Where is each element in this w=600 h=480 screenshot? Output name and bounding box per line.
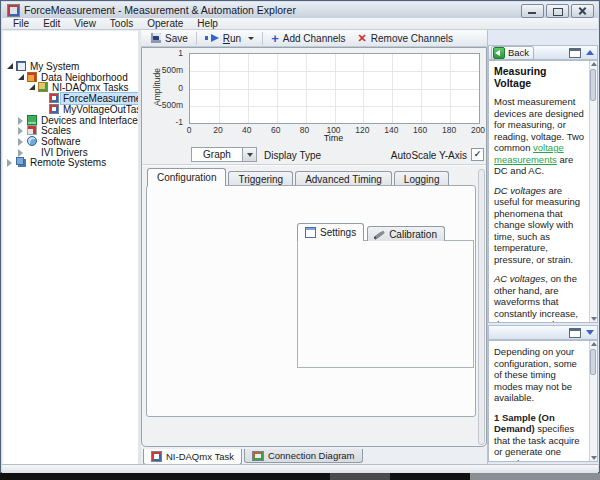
collapse-arrow-icon[interactable]	[7, 63, 13, 69]
help-paragraph: Depending on your configuration, some of…	[494, 346, 586, 404]
help-paragraph: AC voltages, on the other hand, are wave…	[494, 273, 586, 323]
tab-advanced-timing[interactable]: Advanced Timing	[295, 171, 392, 186]
my-system-icon	[16, 61, 26, 71]
help-paragraph: 1 Sample (On Demand) specifies that the …	[494, 412, 586, 463]
help-content-pane: Measuring Voltage Most measurement devic…	[488, 60, 598, 323]
remove-channels-button[interactable]: ✕ Remove Channels	[352, 31, 459, 46]
menu-operate[interactable]: Operate	[140, 18, 190, 30]
y-tick-label: 500m	[162, 65, 183, 75]
tree-item-forcemeasurement[interactable]: ForceMeasurement	[3, 93, 138, 104]
save-icon	[151, 33, 161, 43]
collapse-arrow-icon[interactable]	[18, 74, 24, 80]
y-axis-label: Amplitude	[152, 57, 162, 117]
add-channels-button[interactable]: + Add Channels	[265, 31, 351, 46]
tree-item-software[interactable]: Software	[3, 136, 138, 147]
help-scrollbar[interactable]	[589, 341, 597, 461]
title-bar[interactable]: ForceMeasurement - Measurement & Automat…	[2, 2, 598, 18]
section-divider	[142, 164, 486, 165]
back-arrow-icon	[493, 47, 505, 59]
save-button[interactable]: Save	[145, 31, 194, 46]
minimize-button[interactable]	[521, 4, 544, 18]
collapse-help-icon[interactable]	[586, 50, 594, 55]
status-bar	[2, 464, 598, 473]
gridline	[190, 89, 479, 90]
collapse-arrow-icon[interactable]	[29, 84, 35, 90]
window-title: ForceMeasurement - Measurement & Automat…	[24, 4, 296, 16]
autoscale-checkbox[interactable]: ✓	[471, 148, 484, 161]
tree-item-remote-systems[interactable]: Remote Systems	[3, 157, 138, 168]
tree-item-label: My System	[30, 61, 79, 72]
y-tick-label: 0	[178, 83, 183, 93]
menu-file[interactable]: File	[6, 18, 36, 30]
tree-item-label: Software	[41, 136, 80, 147]
calibration-icon	[375, 230, 385, 238]
toolbar-separator	[262, 32, 263, 45]
autoscale-label: AutoScale Y-Axis	[379, 150, 467, 161]
maximize-icon	[553, 8, 563, 16]
waveform-graph	[189, 53, 480, 124]
scroll-up-icon[interactable]	[591, 62, 597, 66]
expand-help-icon[interactable]	[586, 330, 594, 335]
expand-arrow-icon[interactable]	[18, 138, 23, 146]
tab-nidaqmx-task[interactable]: NI-DAQmx Task	[143, 449, 242, 465]
taskbar-artifact	[470, 473, 600, 480]
expand-arrow-icon[interactable]	[18, 149, 23, 157]
expand-arrow-icon[interactable]	[18, 127, 23, 135]
vis-tab-bar: Settings Calibration	[297, 223, 445, 241]
undock-help-icon[interactable]	[569, 48, 581, 58]
run-button[interactable]: Run	[199, 31, 260, 46]
gridline	[190, 71, 479, 72]
tab-connection-diagram[interactable]: Connection Diagram	[244, 449, 363, 463]
tab-configuration[interactable]: Configuration	[147, 168, 226, 186]
connection-diagram-icon	[252, 451, 264, 461]
daqmx-task-icon	[49, 104, 59, 114]
undock-help-icon[interactable]	[569, 328, 581, 338]
help-paragraph: Most measurement devices are designed fo…	[494, 96, 586, 177]
tab-triggering[interactable]: Triggering	[228, 171, 293, 186]
y-tick-label: -500m	[159, 100, 183, 110]
expand-arrow-icon[interactable]	[18, 117, 23, 125]
menu-bar: FileEditViewToolsOperateHelp	[2, 18, 598, 30]
tab-settings[interactable]: Settings	[297, 223, 364, 241]
tab-calibration[interactable]: Calibration	[367, 226, 445, 241]
plus-icon: +	[271, 32, 279, 45]
toolbar-separator	[196, 32, 197, 45]
scroll-up-icon[interactable]	[591, 342, 597, 346]
scales-icon	[27, 125, 37, 135]
tree-item-my-system[interactable]: My System	[3, 61, 138, 72]
tab-logging[interactable]: Logging	[394, 171, 450, 186]
screen: ForceMeasurement - Measurement & Automat…	[0, 0, 600, 480]
expand-arrow-icon[interactable]	[7, 159, 12, 167]
run-icon	[205, 36, 208, 40]
menu-view[interactable]: View	[67, 18, 103, 30]
menu-help[interactable]: Help	[190, 18, 225, 30]
help-scrollbar[interactable]	[589, 61, 597, 322]
maximize-button[interactable]	[546, 4, 569, 18]
minimize-icon	[528, 12, 536, 14]
menu-edit[interactable]: Edit	[36, 18, 67, 30]
display-type-dropdown[interactable]: Graph	[191, 147, 257, 162]
scroll-thumb[interactable]	[590, 349, 596, 375]
daqmx-tasks-icon	[38, 82, 48, 92]
scroll-thumb[interactable]	[590, 69, 596, 101]
scroll-down-icon[interactable]	[591, 317, 597, 321]
daqmx-task-icon	[151, 451, 162, 462]
tree-item-scales[interactable]: Scales	[3, 125, 138, 136]
x-axis-label: Time	[189, 133, 478, 143]
data-neighborhood-icon	[27, 72, 37, 82]
menu-tools[interactable]: Tools	[103, 18, 140, 30]
help-paragraph: DC voltages are useful for measuring phe…	[494, 185, 586, 266]
settings-icon	[305, 227, 316, 238]
daqmx-task-icon	[49, 93, 59, 103]
ivi-drivers-icon	[27, 147, 37, 157]
tree-item-myvoltageouttask[interactable]: MyVoltageOutTask	[3, 104, 138, 115]
settings-page	[297, 240, 474, 368]
tree-item-label: Remote Systems	[30, 157, 106, 168]
scroll-down-icon[interactable]	[591, 456, 597, 460]
dropdown-arrow-icon[interactable]	[242, 148, 256, 161]
y-tick-label: 1	[178, 48, 183, 58]
main-scrollbar[interactable]	[478, 169, 485, 445]
back-button[interactable]: Back	[491, 46, 534, 60]
run-dropdown-caret-icon[interactable]	[248, 37, 254, 40]
close-button[interactable]	[571, 4, 594, 18]
